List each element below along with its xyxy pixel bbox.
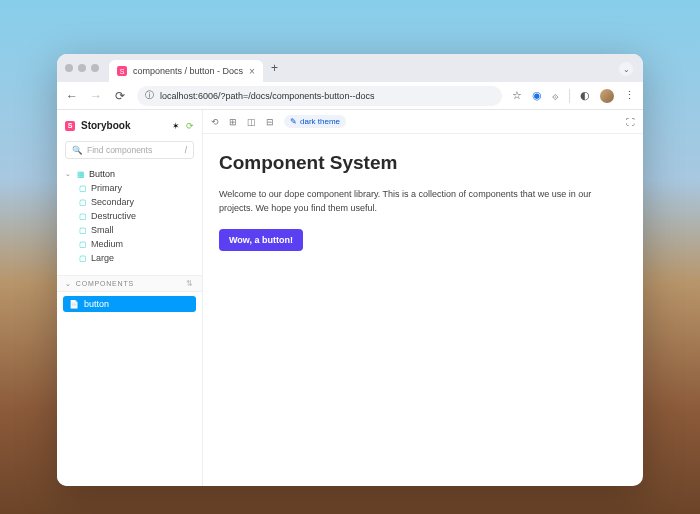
canvas-toolbar: ⟲ ⊞ ◫ ⊟ ✎ dark theme ⛶ xyxy=(203,110,643,134)
bookmark-icon[interactable]: ☆ xyxy=(512,89,522,102)
address-bar: ← → ⟳ ⓘ localhost:6006/?path=/docs/compo… xyxy=(57,82,643,110)
extensions: ◉ ⟐ ◐ ⋮ xyxy=(532,89,635,103)
story-icon: ▢ xyxy=(79,198,87,207)
document-icon: 📄 xyxy=(69,300,79,309)
story-label: Destructive xyxy=(91,211,136,221)
story-icon: ▢ xyxy=(79,212,87,221)
new-tab-button[interactable]: + xyxy=(271,61,278,75)
grid-icon[interactable]: ⊟ xyxy=(266,117,274,127)
theme-label: dark theme xyxy=(300,117,340,126)
tree-story[interactable]: ▢Small xyxy=(61,223,198,237)
extension-icon[interactable]: ◉ xyxy=(532,89,542,102)
extension-icon[interactable]: ◐ xyxy=(580,89,590,102)
theme-toggle[interactable]: ✎ dark theme xyxy=(284,115,346,128)
tab-title: components / button - Docs xyxy=(133,66,243,76)
doc-heading: Component System xyxy=(219,152,627,174)
site-info-icon[interactable]: ⓘ xyxy=(145,89,154,102)
browser-tab[interactable]: S components / button - Docs × xyxy=(109,60,263,82)
story-label: Large xyxy=(91,253,114,263)
tab-bar: S components / button - Docs × + xyxy=(57,54,643,82)
url-text: localhost:6006/?path=/docs/components-bu… xyxy=(160,91,374,101)
story-label: Primary xyxy=(91,183,122,193)
brand-title: Storybook xyxy=(81,120,130,131)
tree-story[interactable]: ▢Primary xyxy=(61,181,198,195)
chevron-down-icon: ⌄ xyxy=(65,170,73,178)
background-icon[interactable]: ◫ xyxy=(247,117,256,127)
content-pane: ⟲ ⊞ ◫ ⊟ ✎ dark theme ⛶ Component System … xyxy=(203,110,643,486)
forward-button[interactable]: → xyxy=(89,89,103,103)
tree-story[interactable]: ▢Secondary xyxy=(61,195,198,209)
docs-canvas: Component System Welcome to our dope com… xyxy=(203,134,643,269)
chevron-down-icon: ⌄ xyxy=(65,280,72,288)
zoom-icon[interactable]: ⊞ xyxy=(229,117,237,127)
tree-story[interactable]: ▢Medium xyxy=(61,237,198,251)
shortcuts-icon[interactable]: ✶ xyxy=(172,121,180,131)
search-icon: 🔍 xyxy=(72,145,83,155)
story-label: Medium xyxy=(91,239,123,249)
brush-icon: ✎ xyxy=(290,117,297,126)
doc-body: Welcome to our dope component library. T… xyxy=(219,188,627,215)
doc-label: button xyxy=(84,299,109,309)
profile-avatar[interactable] xyxy=(600,89,614,103)
url-input[interactable]: ⓘ localhost:6006/?path=/docs/components-… xyxy=(137,86,502,106)
browser-window: ⌄ S components / button - Docs × + ← → ⟳… xyxy=(57,54,643,486)
storybook-logo-icon: S xyxy=(65,121,75,131)
search-shortcut: / xyxy=(185,145,187,155)
sort-icon[interactable]: ⇅ xyxy=(186,279,194,288)
menu-icon[interactable]: ⋮ xyxy=(624,89,635,102)
sidebar-doc-button[interactable]: 📄 button xyxy=(63,296,196,312)
example-button[interactable]: Wow, a button! xyxy=(219,229,303,251)
sidebar-header: S Storybook ✶ ⟳ xyxy=(57,116,202,135)
story-icon: ▢ xyxy=(79,226,87,235)
storybook-favicon: S xyxy=(117,66,127,76)
storybook-app: S Storybook ✶ ⟳ 🔍 Find components / ⌄ ▦ … xyxy=(57,110,643,486)
search-input[interactable]: 🔍 Find components / xyxy=(65,141,194,159)
extensions-icon[interactable]: ⟐ xyxy=(552,90,559,102)
reload-button[interactable]: ⟳ xyxy=(113,89,127,103)
story-label: Small xyxy=(91,225,114,235)
story-icon: ▢ xyxy=(79,240,87,249)
tree-story[interactable]: ▢Destructive xyxy=(61,209,198,223)
component-icon: ▦ xyxy=(77,170,85,179)
tree-label: Button xyxy=(89,169,115,179)
traffic-lights[interactable] xyxy=(65,64,99,72)
fullscreen-icon[interactable]: ⛶ xyxy=(626,117,635,127)
remount-icon[interactable]: ⟲ xyxy=(211,117,219,127)
back-button[interactable]: ← xyxy=(65,89,79,103)
story-icon: ▢ xyxy=(79,184,87,193)
section-label: COMPONENTS xyxy=(76,280,134,287)
close-icon[interactable]: × xyxy=(249,66,255,77)
story-label: Secondary xyxy=(91,197,134,207)
search-placeholder: Find components xyxy=(87,145,152,155)
section-header-components[interactable]: ⌄ COMPONENTS ⇅ xyxy=(57,275,202,292)
story-icon: ▢ xyxy=(79,254,87,263)
collapse-button[interactable]: ⌄ xyxy=(619,62,633,76)
tree-story[interactable]: ▢Large xyxy=(61,251,198,265)
story-tree: ⌄ ▦ Button ▢Primary ▢Secondary ▢Destruct… xyxy=(57,165,202,267)
tree-component-button[interactable]: ⌄ ▦ Button xyxy=(61,167,198,181)
refresh-icon[interactable]: ⟳ xyxy=(186,121,194,131)
sidebar: S Storybook ✶ ⟳ 🔍 Find components / ⌄ ▦ … xyxy=(57,110,203,486)
